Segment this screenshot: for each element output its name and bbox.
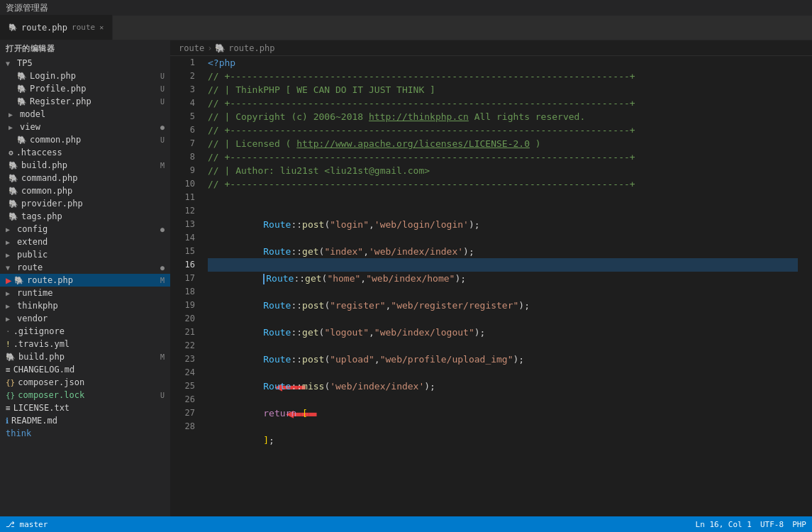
sidebar-item-view[interactable]: ▶ view ● — [0, 121, 170, 133]
arrow-icon: ▶ — [6, 238, 14, 246]
breadcrumb: route › 🐘 route.php — [170, 40, 812, 56]
sidebar-item-vendor[interactable]: ▶ vendor — [0, 312, 170, 325]
sidebar-gitignore-name: .gitignore — [13, 326, 170, 336]
sidebar-changelog-name: CHANGELOG.md — [13, 365, 170, 375]
info-icon: ℹ — [6, 416, 9, 426]
status-left: ⎇ master — [6, 520, 48, 529]
sidebar-item-travis[interactable]: ! .travis.yml — [0, 338, 170, 350]
tab-close-icon[interactable]: ✕ — [99, 23, 104, 31]
sidebar-common-root-name: common.php — [21, 186, 170, 196]
badge-common-tp5: U — [160, 136, 170, 144]
php-icon: 🐘 — [9, 174, 18, 183]
sidebar-item-think[interactable]: think — [0, 427, 170, 440]
git-branch: ⎇ master — [6, 520, 48, 529]
arrow-icon: ▼ — [6, 264, 14, 272]
code-line-14: Route::get("index",'web/index/index'); — [208, 231, 798, 245]
code-line-15 — [208, 245, 798, 258]
ln-3: 3 — [170, 83, 195, 96]
lang-mode: PHP — [792, 520, 806, 529]
php-icon: 🐘 — [9, 161, 18, 170]
sidebar-tp5-label: TP5 — [17, 58, 170, 68]
status-right: Ln 16, Col 1 UTF-8 PHP — [696, 520, 806, 529]
sidebar-item-composerlock[interactable]: {} composer.lock U — [0, 389, 170, 401]
sidebar-item-license[interactable]: ≡ LICENSE.txt — [0, 401, 170, 414]
sidebar: 打开的编辑器 ▼ TP5 🐘 Login.php U 🐘 Profile.php… — [0, 40, 170, 516]
ln-22: 22 — [170, 339, 195, 353]
ln-12: 12 — [170, 204, 195, 218]
code-line-21 — [208, 326, 798, 339]
code-line-1: <?php — [208, 56, 798, 70]
sidebar-item-login[interactable]: 🐘 Login.php U — [0, 70, 170, 82]
json-icon: {} — [6, 378, 15, 387]
sidebar-tags-name: tags.php — [21, 211, 170, 221]
sidebar-item-register[interactable]: 🐘 Register.php U — [0, 95, 170, 108]
excl-icon: ! — [6, 340, 11, 349]
ln-4: 4 — [170, 96, 195, 110]
badge-build-root: M — [160, 353, 170, 361]
code-line-27 — [208, 406, 798, 420]
sidebar-item-extend[interactable]: ▶ extend — [0, 235, 170, 248]
ln-23: 23 — [170, 353, 195, 366]
sidebar-item-composerjson[interactable]: {} composer.json — [0, 376, 170, 389]
sidebar-route-name: route — [17, 262, 157, 272]
code-line-13 — [208, 218, 798, 231]
tab-bar: 🐘 route.php route ✕ — [0, 16, 812, 40]
ln-1: 1 — [170, 56, 195, 70]
ln-7: 7 — [170, 137, 195, 150]
sidebar-public-name: public — [17, 250, 170, 260]
sidebar-item-model[interactable]: ▶ model — [0, 108, 170, 121]
sidebar-item-tp5[interactable]: ▼ TP5 — [0, 57, 170, 70]
code-line-9: // | Author: liu21st <liu21st@gmail.com> — [208, 164, 798, 177]
code-line-17 — [208, 272, 798, 285]
breadcrumb-file: route.php — [228, 43, 274, 53]
code-area[interactable]: 1 2 3 4 5 6 7 8 9 10 11 12 13 14 15 16 1… — [170, 56, 812, 516]
badge-profile: U — [160, 85, 170, 93]
badge-config: ● — [160, 226, 170, 233]
sidebar-command-name: command.php — [21, 173, 170, 183]
sidebar-item-public[interactable]: ▶ public — [0, 248, 170, 261]
comment: // +------------------------------------… — [208, 125, 635, 135]
sidebar-item-common-root[interactable]: 🐘 common.php — [0, 184, 170, 197]
code-line-5: // | Copyright (c) 2006~2018 http://thin… — [208, 110, 798, 123]
sidebar-item-build[interactable]: 🐘 build.php M — [0, 159, 170, 172]
sidebar-item-build-root[interactable]: 🐘 build.php M — [0, 350, 170, 363]
sidebar-item-route[interactable]: ▼ route ● — [0, 261, 170, 274]
sidebar-item-gitignore[interactable]: · .gitignore — [0, 325, 170, 338]
top-bar-title: 资源管理器 — [6, 2, 48, 14]
sidebar-item-changelog[interactable]: ≡ CHANGELOG.md — [0, 363, 170, 376]
dot-icon: · — [6, 327, 11, 336]
ln-21: 21 — [170, 326, 195, 339]
sidebar-vendor-name: vendor — [17, 314, 170, 323]
sidebar-item-tags[interactable]: 🐘 tags.php — [0, 210, 170, 223]
code-content[interactable]: <?php // +------------------------------… — [202, 56, 812, 516]
main-layout: 打开的编辑器 ▼ TP5 🐘 Login.php U 🐘 Profile.php… — [0, 40, 812, 516]
code-line-12: Route::post("login",'web/login/login'); — [208, 204, 798, 218]
sidebar-think-name: think — [6, 428, 170, 438]
url-2: http://www.apache.org/licenses/LICENSE-2… — [296, 138, 530, 149]
sidebar-item-htaccess[interactable]: ⚙ .htaccess — [0, 146, 170, 159]
gear-icon: ⚙ — [9, 148, 13, 157]
tab-route-php[interactable]: 🐘 route.php route ✕ — [0, 15, 113, 40]
arrow-icon: ▶ — [6, 226, 14, 233]
ln-18: 18 — [170, 285, 195, 299]
sidebar-item-common-tp5[interactable]: 🐘 common.php U — [0, 133, 170, 146]
sidebar-composerjson-name: composer.json — [18, 377, 170, 387]
comment: // | Copyright (c) 2006~2018 — [208, 111, 369, 122]
sidebar-item-profile[interactable]: 🐘 Profile.php U — [0, 82, 170, 95]
comment: // | Licensed ( — [208, 138, 296, 149]
sidebar-provider-name: provider.php — [21, 199, 170, 209]
sidebar-extend-name: extend — [17, 237, 170, 247]
sidebar-item-route-php[interactable]: 🐘 route.php M ▶ — [0, 274, 170, 287]
comment: // | Author: liu21st <liu21st@gmail.com> — [208, 165, 430, 176]
sidebar-item-thinkphp[interactable]: ▶ thinkphp — [0, 299, 170, 312]
sidebar-section-title: 打开的编辑器 — [0, 40, 170, 57]
sidebar-item-config[interactable]: ▶ config ● — [0, 223, 170, 235]
sidebar-item-runtime[interactable]: ▶ runtime — [0, 287, 170, 299]
sidebar-item-provider[interactable]: 🐘 provider.php — [0, 197, 170, 210]
arrow-icon: ▶ — [6, 315, 14, 323]
sidebar-item-command[interactable]: 🐘 command.php — [0, 172, 170, 184]
breadcrumb-sep: › — [207, 43, 212, 53]
code-line-25 — [208, 379, 798, 393]
code-line-16: Route::get("home","web/index/home"); — [208, 258, 798, 272]
sidebar-item-readme[interactable]: ℹ README.md — [0, 414, 170, 427]
